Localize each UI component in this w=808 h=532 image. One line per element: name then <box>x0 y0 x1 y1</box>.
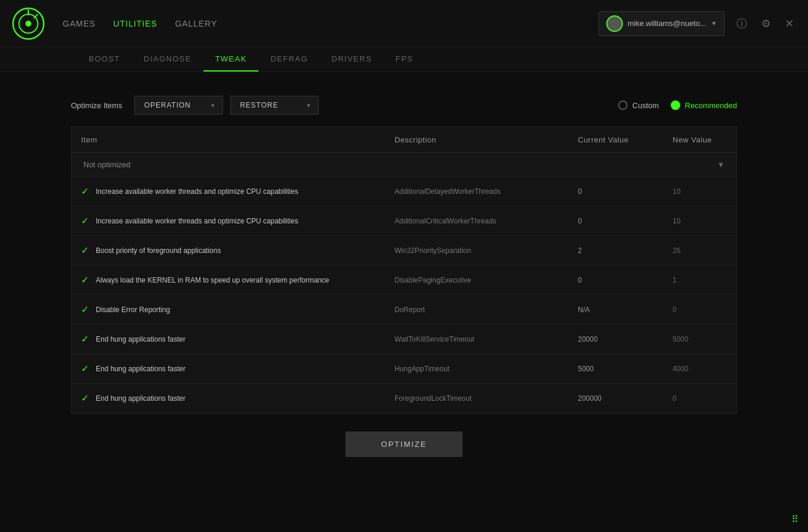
cell-current-1: 0 <box>568 210 663 232</box>
column-description: Description <box>385 127 568 153</box>
app-header: GAMES UTILITIES GALLERY mike.williams@nu… <box>0 0 808 47</box>
cell-current-0: 0 <box>568 180 663 203</box>
table-row: ✓ Increase available worker threads and … <box>72 206 736 236</box>
table-row: ✓ Always load the KERNEL in RAM to speed… <box>72 265 736 295</box>
cell-item-3: ✓ Always load the KERNEL in RAM to speed… <box>72 267 385 293</box>
subnav-tweak[interactable]: TWEAK <box>203 47 259 72</box>
item-text: Boost priority of foreground application… <box>96 246 221 255</box>
custom-radio-label: Custom <box>632 101 659 110</box>
cell-description-1: AdditionalCriticalWorkerThreads <box>385 210 568 232</box>
item-text: Always load the KERNEL in RAM to speed u… <box>96 276 329 284</box>
item-text: End hung applications faster <box>96 365 185 373</box>
recommended-radio-label: Recommended <box>685 101 737 110</box>
restore-dropdown-wrapper: RESTORE <box>230 96 319 115</box>
cell-item-2: ✓ Boost priority of foreground applicati… <box>72 238 385 263</box>
item-text: End hung applications faster <box>96 335 185 343</box>
cell-item-7: ✓ End hung applications faster <box>72 385 385 411</box>
main-nav: GAMES UTILITIES GALLERY <box>63 19 599 28</box>
cell-current-3: 0 <box>568 269 663 291</box>
user-name: mike.williams@nueto... <box>628 19 706 28</box>
cell-new-2: 26 <box>663 239 736 262</box>
subnav-boost[interactable]: BOOST <box>77 47 132 72</box>
table-row: ✓ End hung applications faster WaitToKil… <box>72 325 736 354</box>
tweak-table: Item Description Current Value New Value… <box>71 126 737 414</box>
cell-description-5: WaitToKillServiceTimeout <box>385 328 568 351</box>
nav-games[interactable]: GAMES <box>63 19 96 28</box>
optimize-button[interactable]: OPTIMIZE <box>345 432 462 457</box>
item-text: Increase available worker threads and op… <box>96 187 298 196</box>
gear-icon: ⚙ <box>761 18 771 30</box>
close-icon: ✕ <box>785 18 794 30</box>
cell-new-5: 5000 <box>663 328 736 351</box>
cell-item-4: ✓ Disable Error Reporting <box>72 297 385 322</box>
check-icon: ✓ <box>81 333 89 345</box>
item-text: End hung applications faster <box>96 394 185 403</box>
cell-item-6: ✓ End hung applications faster <box>72 356 385 381</box>
table-row: ✓ End hung applications faster HungAppTi… <box>72 354 736 384</box>
operation-dropdown[interactable]: OPERATION <box>134 96 223 115</box>
table-rows-container: ✓ Increase available worker threads and … <box>72 177 736 413</box>
subnav-drivers[interactable]: DRIVERS <box>320 47 384 72</box>
item-text: Increase available worker threads and op… <box>96 217 298 225</box>
cell-current-4: N/A <box>568 299 663 321</box>
settings-button[interactable]: ⚙ <box>759 15 773 33</box>
not-optimized-row: Not optimized ▼ <box>72 153 736 177</box>
cell-new-1: 10 <box>663 210 736 232</box>
cell-current-6: 5000 <box>568 358 663 380</box>
not-optimized-chevron: ▼ <box>717 160 725 169</box>
chevron-down-icon: ▼ <box>711 20 717 27</box>
custom-radio[interactable]: Custom <box>618 100 659 110</box>
cell-description-6: HungAppTimeout <box>385 358 568 380</box>
item-text: Disable Error Reporting <box>96 306 170 314</box>
column-item: Item <box>72 127 385 153</box>
subnav-defrag[interactable]: DEFRAG <box>258 47 319 72</box>
operation-dropdown-wrapper: OPERATION <box>134 96 223 115</box>
cell-description-4: DoReport <box>385 299 568 321</box>
cell-item-1: ✓ Increase available worker threads and … <box>72 208 385 233</box>
check-icon: ✓ <box>81 363 89 374</box>
svg-point-2 <box>25 21 31 27</box>
column-current-value: Current Value <box>568 127 663 153</box>
cell-new-4: 0 <box>663 299 736 321</box>
not-optimized-label: Not optimized <box>83 160 130 169</box>
table-row: ✓ Disable Error Reporting DoReport N/A 0 <box>72 295 736 325</box>
sub-nav: BOOST DIAGNOSE TWEAK DEFRAG DRIVERS FPS <box>0 47 808 72</box>
recommended-radio-circle <box>671 100 680 110</box>
table-row: ✓ Increase available worker threads and … <box>72 177 736 206</box>
custom-radio-circle <box>618 100 628 110</box>
check-icon: ✓ <box>81 274 89 286</box>
avatar <box>606 15 623 32</box>
subnav-fps[interactable]: FPS <box>384 47 425 72</box>
column-new-value: New Value <box>663 127 770 153</box>
cell-new-6: 4000 <box>663 358 736 380</box>
cell-description-2: Win32PrioritySeparation <box>385 239 568 262</box>
optimize-items-label: Optimize Items <box>71 101 122 110</box>
info-icon: ⓘ <box>736 18 747 30</box>
cell-current-2: 2 <box>568 239 663 262</box>
app-logo <box>12 7 45 40</box>
cell-description-7: ForegroundLockTimeout <box>385 387 568 410</box>
nav-utilities[interactable]: UTILITIES <box>114 19 157 28</box>
check-icon: ✓ <box>81 215 89 226</box>
subnav-diagnose[interactable]: DIAGNOSE <box>132 47 203 72</box>
table-body: Not optimized ▼ ✓ Increase available wor… <box>72 153 736 413</box>
user-account-button[interactable]: mike.williams@nueto... ▼ <box>599 11 725 36</box>
close-button[interactable]: ✕ <box>783 15 796 33</box>
check-icon: ✓ <box>81 392 89 404</box>
info-button[interactable]: ⓘ <box>734 14 749 33</box>
main-content: Optimize Items OPERATION RESTORE Custom … <box>0 72 808 481</box>
recommended-radio[interactable]: Recommended <box>671 100 737 110</box>
table-header: Item Description Current Value New Value <box>72 127 736 153</box>
cell-item-0: ✓ Increase available worker threads and … <box>72 179 385 204</box>
cell-current-5: 20000 <box>568 328 663 351</box>
table-row: ✓ Boost priority of foreground applicati… <box>72 236 736 265</box>
nav-gallery[interactable]: GALLERY <box>175 19 217 28</box>
restore-dropdown[interactable]: RESTORE <box>230 96 319 115</box>
cell-description-3: DisablePagingExecutive <box>385 269 568 291</box>
check-icon: ✓ <box>81 245 89 256</box>
corner-decoration: ⠿ <box>791 514 799 525</box>
cell-new-7: 0 <box>663 387 736 410</box>
check-icon: ✓ <box>81 304 89 315</box>
check-icon: ✓ <box>81 186 89 197</box>
toolbar: Optimize Items OPERATION RESTORE Custom … <box>71 96 737 115</box>
